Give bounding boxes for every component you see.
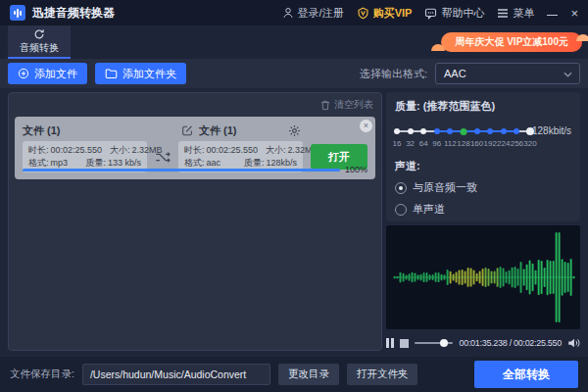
- bitrate-slider[interactable]: 16 32 64 96 112 128 160 192 224 256 320: [397, 125, 530, 151]
- bitrate-dot-32[interactable]: [408, 128, 414, 134]
- conversion-progress: 100%: [23, 165, 368, 174]
- main-area: 清空列表 文件 (1) 文件 (1): [0, 88, 588, 357]
- playback-thumb[interactable]: [440, 339, 448, 347]
- refresh-icon: [33, 28, 45, 40]
- radio-icon: [395, 204, 407, 216]
- radio-selected-icon: [395, 182, 407, 194]
- output-format-value: AAC: [444, 68, 466, 79]
- source-file-title: 文件 (1): [23, 123, 61, 138]
- open-folder-button[interactable]: 打开文件夹: [347, 364, 418, 385]
- tab-audio-convert[interactable]: 音频转换: [8, 25, 71, 59]
- bitrate-dot-128-selected[interactable]: [461, 128, 467, 135]
- trash-icon: [320, 100, 330, 111]
- vip-badge-icon: [357, 7, 369, 20]
- file-card: 文件 (1) 文件 (1) 时长:00:02:25.550 大小:2.32: [15, 117, 375, 179]
- promo-text: 周年庆大促 VIP立减100元: [455, 35, 568, 49]
- bitrate-dot-96[interactable]: [434, 128, 440, 134]
- toolbar: 添加文件 添加文件夹 选择输出格式: AAC: [0, 59, 588, 88]
- app-logo-icon: [10, 5, 25, 21]
- bitrate-dot-192[interactable]: [487, 128, 493, 134]
- plus-circle-icon: [18, 68, 29, 79]
- channel-option-mono[interactable]: 单声道: [395, 202, 571, 217]
- progress-percent: 100%: [345, 165, 368, 174]
- output-format-select[interactable]: AAC: [435, 63, 580, 84]
- volume-icon[interactable]: [567, 337, 580, 349]
- channel-option-original[interactable]: 与原音频一致: [395, 180, 571, 195]
- close-button[interactable]: ×: [570, 7, 578, 20]
- target-duration: 00:02:25.550: [207, 144, 259, 157]
- bitrate-dot-112[interactable]: [447, 128, 453, 134]
- bitrate-dot-16[interactable]: [394, 128, 400, 134]
- add-folder-button[interactable]: 添加文件夹: [95, 63, 186, 84]
- user-icon: [282, 7, 294, 19]
- clear-list-button[interactable]: 清空列表: [320, 98, 373, 112]
- cloud-decoration: [576, 34, 588, 41]
- quality-label: 质量: (推荐范围蓝色): [395, 99, 571, 114]
- player-controls: 00:01:35.238 / 00:02:25.550: [386, 333, 580, 353]
- help-center-button[interactable]: 帮助中心: [424, 6, 484, 21]
- settings-gear-icon[interactable]: [288, 124, 301, 137]
- chat-icon: [424, 7, 437, 20]
- bitrate-value: 128kbit/s: [532, 125, 571, 136]
- waveform-preview: [386, 225, 580, 329]
- channel-label: 声道:: [395, 159, 571, 173]
- bitrate-dot-256[interactable]: [514, 128, 519, 134]
- rename-icon[interactable]: [181, 124, 193, 136]
- chevron-down-icon: [564, 72, 572, 77]
- bitrate-dot-224[interactable]: [501, 128, 507, 134]
- file-list-panel: 清空列表 文件 (1) 文件 (1): [8, 92, 382, 351]
- source-duration: 00:02:25.550: [51, 144, 103, 157]
- menu-button[interactable]: 菜单: [497, 6, 534, 21]
- titlebar: 迅捷音频转换器 登录/注册 购买VIP 帮助中心 菜单 ×: [0, 0, 588, 25]
- bottom-bar: 文件保存目录: 更改目录 打开文件夹 全部转换: [0, 357, 588, 392]
- waveform-svg: [386, 225, 580, 329]
- output-format-label: 选择输出格式:: [360, 67, 427, 81]
- tab-bar: 音频转换 周年庆大促 VIP立减100元: [0, 25, 588, 59]
- pause-icon[interactable]: [386, 338, 394, 348]
- buy-vip-button[interactable]: 购买VIP: [357, 6, 413, 21]
- tab-label: 音频转换: [20, 41, 59, 55]
- playback-slider[interactable]: [415, 338, 453, 348]
- app-title: 迅捷音频转换器: [32, 5, 115, 22]
- folder-icon: [105, 68, 118, 79]
- add-file-button[interactable]: 添加文件: [8, 63, 87, 84]
- remove-file-icon[interactable]: ×: [360, 120, 372, 132]
- change-dir-button[interactable]: 更改目录: [278, 364, 339, 385]
- minimize-button[interactable]: [547, 15, 558, 16]
- bitrate-dot-64[interactable]: [420, 128, 426, 134]
- login-button[interactable]: 登录/注册: [282, 6, 344, 21]
- save-dir-label: 文件保存目录:: [10, 368, 74, 381]
- playback-time: 00:01:35.238 / 00:02:25.550: [459, 338, 562, 348]
- progress-bar: [23, 169, 340, 172]
- audio-converter-window: 迅捷音频转换器 登录/注册 购买VIP 帮助中心 菜单 ×: [0, 0, 588, 392]
- vip-promo-banner[interactable]: 周年庆大促 VIP立减100元: [441, 32, 582, 52]
- bitrate-dot-160[interactable]: [474, 128, 480, 134]
- cloud-decoration: [431, 44, 445, 51]
- hamburger-icon: [497, 8, 509, 19]
- save-dir-input[interactable]: [82, 364, 270, 385]
- convert-arrows-icon: [155, 151, 171, 164]
- quality-settings-panel: 质量: (推荐范围蓝色) 16 32: [386, 92, 580, 221]
- convert-all-button[interactable]: 全部转换: [474, 361, 578, 388]
- stop-icon[interactable]: [400, 339, 409, 348]
- target-file-title: 文件 (1): [199, 123, 237, 138]
